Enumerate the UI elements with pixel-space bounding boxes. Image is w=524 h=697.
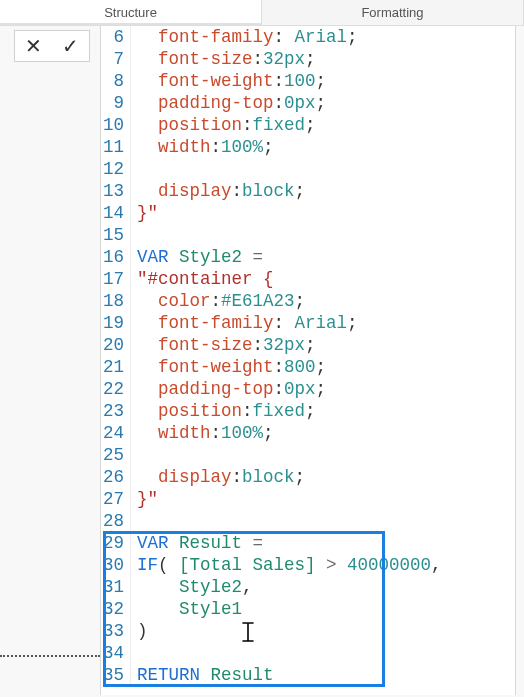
line-number: 7 [101,48,131,70]
line-number: 26 [101,466,131,488]
code-line[interactable]: 34 [101,642,515,664]
code-content: display:block; [131,466,305,488]
code-line[interactable]: 27}" [101,488,515,510]
tab-structure[interactable]: Structure [0,0,262,25]
code-content: "#container { [131,268,274,290]
tab-formatting[interactable]: Formatting [262,0,524,25]
code-line[interactable]: 14}" [101,202,515,224]
code-line[interactable]: 33) [101,620,515,642]
code-content [131,510,137,532]
code-line[interactable]: 31 Style2, [101,576,515,598]
code-content: ) [131,620,148,642]
line-number: 18 [101,290,131,312]
tab-bar: Structure Formatting [0,0,524,26]
code-content: RETURN Result [131,664,274,686]
line-number: 24 [101,422,131,444]
line-number: 27 [101,488,131,510]
line-number: 32 [101,598,131,620]
line-number: 14 [101,202,131,224]
divider [0,655,100,657]
code-line[interactable]: 25 [101,444,515,466]
code-line[interactable]: 35RETURN Result [101,664,515,686]
code-line[interactable]: 24 width:100%; [101,422,515,444]
code-line[interactable]: 15 [101,224,515,246]
code-content: font-family: Arial; [131,26,358,48]
line-number: 23 [101,400,131,422]
code-line[interactable]: 30IF( [Total Sales] > 40000000, [101,554,515,576]
line-number: 15 [101,224,131,246]
code-content: VAR Style2 = [131,246,263,268]
code-content: width:100%; [131,422,274,444]
code-line[interactable]: 19 font-family: Arial; [101,312,515,334]
code-content: padding-top:0px; [131,92,326,114]
code-line[interactable]: 28 [101,510,515,532]
code-content: VAR Result = [131,532,263,554]
code-content: font-size:32px; [131,334,316,356]
line-number: 31 [101,576,131,598]
code-line[interactable]: 10 position:fixed; [101,114,515,136]
code-line[interactable]: 26 display:block; [101,466,515,488]
code-content [131,642,137,664]
code-content: font-weight:100; [131,70,326,92]
line-number: 22 [101,378,131,400]
line-number: 17 [101,268,131,290]
code-line[interactable]: 16VAR Style2 = [101,246,515,268]
code-content [131,224,137,246]
line-number: 35 [101,664,131,686]
code-content [131,444,137,466]
line-number: 9 [101,92,131,114]
code-line[interactable]: 11 width:100%; [101,136,515,158]
code-line[interactable]: 12 [101,158,515,180]
code-content: font-size:32px; [131,48,316,70]
code-content: font-family: Arial; [131,312,358,334]
code-line[interactable]: 9 padding-top:0px; [101,92,515,114]
line-number: 21 [101,356,131,378]
line-number: 16 [101,246,131,268]
line-number: 10 [101,114,131,136]
code-line[interactable]: 13 display:block; [101,180,515,202]
line-number: 12 [101,158,131,180]
text-cursor-icon [241,622,255,642]
code-line[interactable]: 6 font-family: Arial; [101,26,515,48]
code-line[interactable]: 8 font-weight:100; [101,70,515,92]
line-number: 6 [101,26,131,48]
code-content: position:fixed; [131,400,316,422]
code-content: display:block; [131,180,305,202]
line-number: 20 [101,334,131,356]
code-line[interactable]: 20 font-size:32px; [101,334,515,356]
line-number: 11 [101,136,131,158]
line-number: 8 [101,70,131,92]
code-content: Style1 [131,598,242,620]
code-line[interactable]: 22 padding-top:0px; [101,378,515,400]
line-number: 33 [101,620,131,642]
code-line[interactable]: 32 Style1 [101,598,515,620]
line-number: 13 [101,180,131,202]
code-content: width:100%; [131,136,274,158]
code-content: }" [131,202,158,224]
line-number: 19 [101,312,131,334]
code-line[interactable]: 18 color:#E61A23; [101,290,515,312]
code-content [131,158,137,180]
code-content: font-weight:800; [131,356,326,378]
commit-toolbar: ✕ ✓ [14,30,90,62]
code-content: position:fixed; [131,114,316,136]
code-content: padding-top:0px; [131,378,326,400]
code-line[interactable]: 29VAR Result = [101,532,515,554]
code-editor[interactable]: 6 font-family: Arial;7 font-size:32px;8 … [100,26,516,695]
confirm-icon[interactable]: ✓ [62,36,79,56]
line-number: 34 [101,642,131,664]
code-line[interactable]: 17"#container { [101,268,515,290]
code-content: Style2, [131,576,253,598]
code-line[interactable]: 21 font-weight:800; [101,356,515,378]
line-number: 30 [101,554,131,576]
code-line[interactable]: 23 position:fixed; [101,400,515,422]
cancel-icon[interactable]: ✕ [25,36,42,56]
code-content: color:#E61A23; [131,290,305,312]
line-number: 28 [101,510,131,532]
code-line[interactable]: 7 font-size:32px; [101,48,515,70]
line-number: 25 [101,444,131,466]
code-content: }" [131,488,158,510]
code-content: IF( [Total Sales] > 40000000, [131,554,442,576]
line-number: 29 [101,532,131,554]
